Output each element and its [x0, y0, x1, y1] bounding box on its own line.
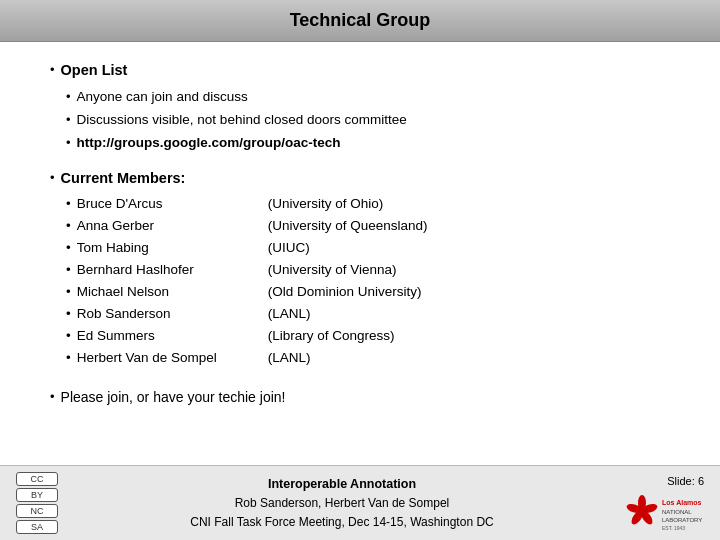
member-name: Anna Gerber	[77, 216, 262, 237]
members-list: • Bruce D'Arcus (University of Ohio) • A…	[30, 194, 690, 368]
svg-text:EST. 1943: EST. 1943	[662, 525, 685, 530]
lanl-logo-svg: Los Alamos NATIONAL LABORATORY EST. 1943	[624, 492, 704, 530]
member-affil: (LANL)	[268, 304, 690, 325]
member-name: Herbert Van de Sompel	[77, 348, 262, 369]
open-list-link[interactable]: http://groups.google.com/group/oac-tech	[77, 133, 341, 153]
footer-presentation-title: Interoperable Annotation	[60, 474, 624, 494]
current-members-label: Current Members:	[61, 168, 186, 190]
cc-badge-sa: SA	[16, 520, 58, 534]
member-name: Tom Habing	[77, 238, 262, 259]
svg-text:NATIONAL: NATIONAL	[662, 509, 692, 515]
please-join-item: • Please join, or have your techie join!	[30, 387, 690, 408]
bullet-dot: •	[50, 326, 71, 347]
footer-authors: Rob Sanderson, Herbert Van de Sompel	[60, 494, 624, 513]
member-row: • Michael Nelson (Old Dominion Universit…	[50, 282, 690, 303]
slide-container: Technical Group • Open List • Anyone can…	[0, 0, 720, 540]
open-list-bullet-2-text: Discussions visible, not behind closed d…	[77, 110, 407, 130]
slide-footer: CC BY NC SA Interoperable Annotation Rob…	[0, 465, 720, 540]
cc-icons: CC BY NC SA	[16, 472, 60, 534]
bullet-dot: •	[50, 216, 71, 237]
open-list-bullet-2: • Discussions visible, not behind closed…	[30, 110, 690, 130]
slide-title: Technical Group	[290, 10, 431, 30]
open-list-bullet-1-text: Anyone can join and discuss	[77, 87, 248, 107]
footer-center: Interoperable Annotation Rob Sanderson, …	[60, 474, 624, 532]
slide-label: Slide:	[667, 475, 695, 487]
slide-header: Technical Group	[0, 0, 720, 42]
slide-num: 6	[698, 475, 704, 487]
slide-content: • Open List • Anyone can join and discus…	[0, 42, 720, 465]
member-row: • Herbert Van de Sompel (LANL)	[50, 348, 690, 369]
member-row: • Bruce D'Arcus (University of Ohio)	[50, 194, 690, 215]
bullet-dot: •	[50, 60, 55, 80]
current-members-section: • Current Members: • Bruce D'Arcus (Univ…	[30, 168, 690, 369]
member-affil: (Library of Congress)	[268, 326, 690, 347]
member-affil: (UIUC)	[268, 238, 690, 259]
bullet-dot: •	[50, 387, 55, 407]
bullet-dot: •	[50, 194, 71, 215]
member-affil: (University of Ohio)	[268, 194, 690, 215]
svg-text:Los Alamos: Los Alamos	[662, 499, 702, 506]
member-affil: (Old Dominion University)	[268, 282, 690, 303]
member-row: • Bernhard Haslhofer (University of Vien…	[50, 260, 690, 281]
footer-event: CNI Fall Task Force Meeting, Dec 14-15, …	[60, 513, 624, 532]
member-row: • Ed Summers (Library of Congress)	[50, 326, 690, 347]
bullet-dot: •	[50, 348, 71, 369]
open-list-bullet-3: • http://groups.google.com/group/oac-tec…	[30, 133, 690, 153]
member-row: • Anna Gerber (University of Queensland)	[50, 216, 690, 237]
bullet-dot: •	[50, 133, 71, 153]
member-affil: (University of Queensland)	[268, 216, 690, 237]
member-affil: (University of Vienna)	[268, 260, 690, 281]
bullet-dot: •	[50, 238, 71, 259]
member-name: Ed Summers	[77, 326, 262, 347]
bullet-dot: •	[50, 304, 71, 325]
bullet-dot: •	[50, 110, 71, 130]
slide-number: Slide: 6	[667, 475, 704, 487]
current-members-header-item: • Current Members:	[30, 168, 690, 192]
bullet-dot: •	[50, 260, 71, 281]
open-list-bullet-1: • Anyone can join and discuss	[30, 87, 690, 107]
member-name: Michael Nelson	[77, 282, 262, 303]
cc-badge-by: BY	[16, 488, 58, 502]
member-name: Bernhard Haslhofer	[77, 260, 262, 281]
bullet-dot: •	[50, 168, 55, 188]
cc-badge-cc: CC	[16, 472, 58, 486]
lanl-logo: Los Alamos NATIONAL LABORATORY EST. 1943	[624, 491, 704, 531]
open-list-label: Open List	[61, 60, 128, 82]
bullet-dot: •	[50, 87, 71, 107]
svg-point-5	[639, 508, 645, 514]
member-name: Bruce D'Arcus	[77, 194, 262, 215]
member-affil: (LANL)	[268, 348, 690, 369]
member-name: Rob Sanderson	[77, 304, 262, 325]
member-row: • Rob Sanderson (LANL)	[50, 304, 690, 325]
cc-badge-nc: NC	[16, 504, 58, 518]
bullet-dot: •	[50, 282, 71, 303]
member-row: • Tom Habing (UIUC)	[50, 238, 690, 259]
open-list-header-item: • Open List	[30, 60, 690, 84]
open-list-section: • Open List • Anyone can join and discus…	[30, 60, 690, 154]
svg-text:LABORATORY: LABORATORY	[662, 517, 702, 523]
footer-right: Slide: 6 Los Alamos NATIONAL	[624, 475, 704, 531]
please-join-text: Please join, or have your techie join!	[61, 387, 286, 408]
